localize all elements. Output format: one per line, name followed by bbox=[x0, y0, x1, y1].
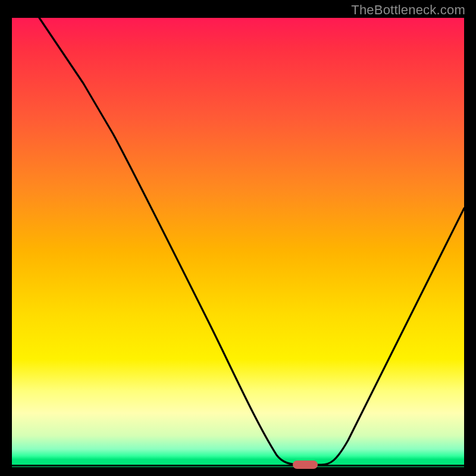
plot-area bbox=[12, 18, 464, 467]
curve-layer bbox=[12, 18, 464, 467]
bottleneck-curve bbox=[39, 18, 464, 465]
chart-container: TheBottleneck.com bbox=[0, 0, 476, 476]
optimal-marker bbox=[293, 461, 318, 469]
watermark-text: TheBottleneck.com bbox=[351, 2, 465, 18]
